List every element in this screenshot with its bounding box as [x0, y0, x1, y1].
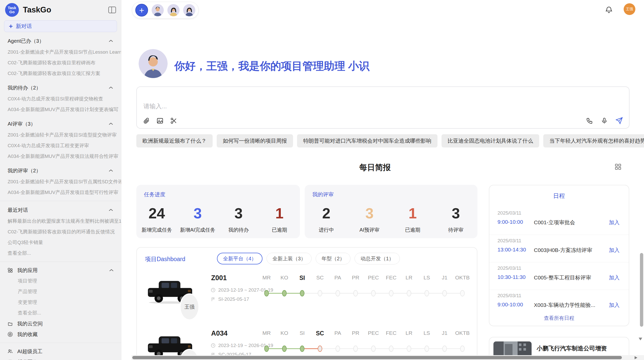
- app-item[interactable]: 项目管理: [0, 276, 121, 286]
- horizontal-scrollbar-thumb[interactable]: [132, 356, 622, 359]
- milestone-label: SC: [311, 275, 329, 281]
- chevron-up-icon[interactable]: [108, 169, 113, 172]
- milestone-dot[interactable]: [442, 290, 447, 296]
- milestone-dot[interactable]: [460, 346, 465, 352]
- milestone-label: PEC: [364, 330, 382, 336]
- suggestion-chip[interactable]: 如何写一份清晰的项目周报: [217, 134, 293, 147]
- project-code[interactable]: A034: [211, 329, 228, 337]
- app-item[interactable]: 产品管理: [0, 286, 121, 297]
- sidebar-item[interactable]: Z001-全新燃油轻卡产品开发项目SI造型提交物评审: [0, 130, 121, 140]
- sidebar-item[interactable]: C02-飞腾新能源轻客改款项目立项汇报方案: [0, 68, 121, 79]
- milestone-dot[interactable]: [300, 346, 304, 352]
- user-avatar[interactable]: 王强: [624, 3, 635, 15]
- sidebar-item[interactable]: A034-全新新能源MUV产品开发项目法规符合性评审: [0, 151, 121, 162]
- chevron-up-icon[interactable]: [108, 122, 113, 126]
- join-button[interactable]: 加入: [609, 302, 620, 309]
- sidebar-section-header[interactable]: AI评审（3）: [0, 118, 121, 130]
- milestone-dot[interactable]: [264, 346, 269, 352]
- sidebar-item[interactable]: C0X4-动力总成开发项目SI里程碑提交物检查: [0, 94, 121, 104]
- join-button[interactable]: 加入: [609, 274, 620, 281]
- agent-avatar[interactable]: [167, 4, 180, 16]
- milestone-dot[interactable]: [407, 346, 411, 352]
- suggestion-chip[interactable]: 当下年轻人对汽车外观有怎样的喜好趋势: [543, 134, 644, 147]
- milestone-dot[interactable]: [300, 290, 304, 296]
- sidebar-item-write[interactable]: 帮我写作: [0, 357, 121, 360]
- milestone-dot[interactable]: [282, 290, 287, 296]
- suggestion-chip[interactable]: 比亚迪全固态电池计划具体说了什么: [442, 134, 539, 147]
- recent-chat-item[interactable]: 公司Q3轻卡销量: [0, 237, 121, 248]
- scroll-down-arrow-icon[interactable]: [639, 338, 642, 340]
- chevron-up-icon[interactable]: [109, 268, 114, 272]
- milestone-dot[interactable]: [389, 290, 393, 296]
- chevron-up-icon[interactable]: [108, 39, 113, 43]
- milestone-dot[interactable]: [335, 346, 340, 352]
- sidebar-item[interactable]: C02-飞腾新能源轻客改款项目里程碑画布: [0, 57, 121, 68]
- sidebar-section-header[interactable]: Agent已办（3）: [0, 35, 121, 47]
- new-chat-button[interactable]: + 新对话: [4, 20, 117, 32]
- milestone-dot[interactable]: [335, 290, 340, 296]
- dashboard-tab[interactable]: 全新上装（3）: [267, 253, 312, 264]
- app-item[interactable]: 变更管理: [0, 297, 121, 308]
- sidebar-item[interactable]: C0X4-动力总成开发项目工程变更评审: [0, 140, 121, 151]
- milestone-dot[interactable]: [353, 346, 358, 352]
- layout-grid-icon[interactable]: [614, 163, 622, 171]
- sidebar-item[interactable]: A034-全新新能源MUV产品开发项目造型可行性评审: [0, 187, 121, 198]
- sidebar-item[interactable]: Z001-全新燃油皮卡产品开发项目SI节点Lesson Learn报告: [0, 47, 121, 57]
- milestone-dot[interactable]: [353, 290, 358, 296]
- scissors-icon[interactable]: [170, 117, 178, 125]
- sidebar-section-header[interactable]: 我的评审（2）: [0, 165, 121, 176]
- milestone-dot[interactable]: [425, 346, 429, 352]
- dashboard-tab[interactable]: 动总开发（1）: [355, 253, 400, 264]
- milestone-dot[interactable]: [442, 346, 447, 352]
- milestone-dot[interactable]: [318, 346, 322, 352]
- view-all-schedule-link[interactable]: 查看所有日程: [489, 315, 629, 322]
- milestone-dot[interactable]: [407, 290, 411, 296]
- image-icon[interactable]: [156, 117, 164, 125]
- milestone-connector: [429, 293, 436, 294]
- milestone-dot[interactable]: [389, 346, 393, 352]
- add-agent-button[interactable]: +: [135, 4, 148, 17]
- notification-bell-icon[interactable]: [605, 6, 613, 15]
- chevron-up-icon[interactable]: [108, 86, 113, 89]
- sidebar-item-people[interactable]: AI超级员工: [0, 346, 121, 357]
- sidebar-item-my-apps[interactable]: 我的应用: [0, 265, 121, 276]
- recent-chat-item[interactable]: C02-飞腾新能源轻客改款项目的闭环通告反馈情况: [0, 227, 121, 237]
- join-button[interactable]: 加入: [609, 247, 620, 254]
- suggestion-chip[interactable]: 欧洲新规最近颁布了什么？: [136, 134, 213, 147]
- milestone-dot[interactable]: [318, 290, 322, 296]
- agent-avatar[interactable]: [183, 4, 195, 16]
- project-code[interactable]: Z001: [211, 274, 227, 282]
- milestone-dot[interactable]: [264, 290, 269, 296]
- milestone-dot[interactable]: [460, 290, 465, 296]
- send-icon[interactable]: [615, 117, 623, 125]
- sidebar-section-header[interactable]: 最近对话: [0, 204, 121, 216]
- milestone-dot[interactable]: [371, 290, 376, 296]
- sidebar-section-header[interactable]: 我的待办（2）: [0, 82, 121, 94]
- vertical-scrollbar-thumb[interactable]: [640, 253, 643, 327]
- milestone-label: LS: [418, 330, 436, 336]
- chat-input-card[interactable]: 请输入...: [136, 86, 630, 129]
- write-icon: [7, 359, 13, 360]
- sidebar-item[interactable]: Z001-全新燃油轻卡产品开发项目SI节点属性5D文件评审: [0, 176, 121, 187]
- milestone-dot[interactable]: [282, 346, 287, 352]
- milestone-dot[interactable]: [371, 346, 376, 352]
- milestone-dot[interactable]: [425, 290, 429, 296]
- mic-icon[interactable]: [601, 117, 608, 125]
- horizontal-scrollbar[interactable]: [131, 355, 644, 360]
- suggestion-chip[interactable]: 特朗普可能对进口汽车增税会对中国车企造成哪些影响: [297, 134, 437, 147]
- view-all-chats-link[interactable]: 查看全部...: [0, 248, 121, 259]
- phone-icon[interactable]: [586, 117, 593, 125]
- attachment-icon[interactable]: [142, 117, 150, 125]
- scroll-right-arrow-icon[interactable]: [635, 356, 637, 359]
- sidebar-item[interactable]: A034-全新新能源MUV产品开发项目计划变更表编写: [0, 104, 121, 115]
- chevron-up-icon[interactable]: [108, 208, 113, 212]
- recent-chat-item[interactable]: 解释最新出台的欧盟报废车法规再生塑料比例被调至15%...: [0, 216, 121, 227]
- agent-avatar[interactable]: [152, 4, 164, 16]
- sidebar-item-cloud[interactable]: 我的云空间: [0, 318, 121, 329]
- dashboard-tab[interactable]: 年型（2）: [316, 253, 350, 264]
- join-button[interactable]: 加入: [609, 219, 620, 226]
- sidebar-collapse-icon[interactable]: [108, 7, 116, 13]
- view-all-apps-link[interactable]: 查看全部...: [0, 308, 121, 318]
- dashboard-tab[interactable]: 全新平台（4）: [217, 253, 262, 264]
- sidebar-item-star[interactable]: 我的收藏: [0, 329, 121, 340]
